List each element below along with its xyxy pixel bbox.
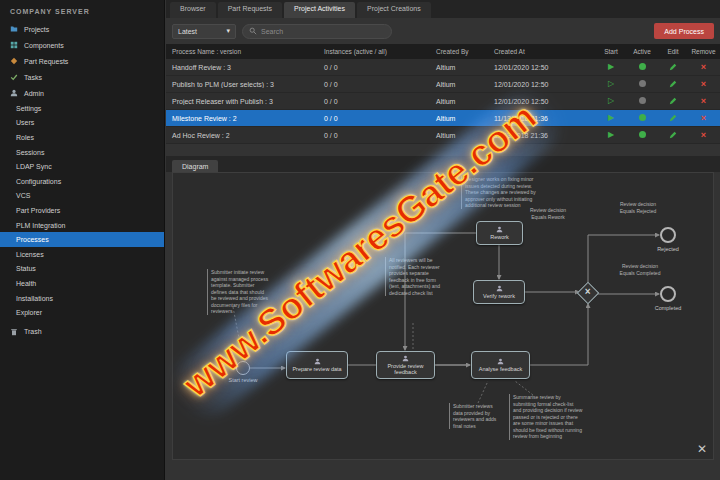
sidebar-item-sessions[interactable]: Sessions	[0, 145, 164, 160]
filter-value: Latest	[178, 28, 197, 35]
tab-project-activities[interactable]: Project Activities	[284, 2, 355, 18]
sidebar-item-admin[interactable]: Admin	[0, 85, 164, 101]
table-row[interactable]: Handoff Review : 3 0 / 0 Altium 12/01/20…	[166, 59, 720, 76]
sidebar-item-plm-integration[interactable]: PLM Integration	[0, 218, 164, 233]
add-process-button[interactable]: Add Process	[654, 23, 714, 39]
close-icon[interactable]: ✕	[697, 443, 707, 455]
sidebar-item-roles[interactable]: Roles	[0, 130, 164, 145]
active-status-icon[interactable]	[639, 131, 646, 138]
edit-process-icon[interactable]	[658, 131, 688, 140]
task-label: Verify rework	[483, 293, 515, 299]
user-task-icon	[314, 358, 321, 365]
remove-process-icon[interactable]: ×	[701, 80, 706, 89]
sidebar-item-label: VCS	[16, 192, 30, 199]
task-prepare-review-data: Prepare review data	[286, 351, 348, 379]
process-diagram-panel: Start review Rejected Completed Prepare …	[172, 172, 714, 460]
annotation-submitter-reviews: Submitter reviews data provided by revie…	[449, 403, 503, 429]
table-row[interactable]: Publish to PLM (User selects) : 3 0 / 0 …	[166, 76, 720, 93]
sidebar-item-licenses[interactable]: Licenses	[0, 247, 164, 262]
sidebar-item-label: Licenses	[16, 251, 44, 258]
remove-process-icon[interactable]: ×	[701, 63, 706, 72]
active-status-icon[interactable]	[639, 80, 646, 87]
remove-process-icon[interactable]: ×	[701, 131, 706, 140]
tab-part-requests[interactable]: Part Requests	[218, 2, 282, 18]
sidebar-item-configurations[interactable]: Configurations	[0, 174, 164, 189]
start-process-icon[interactable]: ▷	[608, 80, 614, 88]
sidebar-item-trash[interactable]: Trash	[0, 324, 164, 340]
sidebar-item-tasks[interactable]: Tasks	[0, 69, 164, 85]
sidebar-item-health[interactable]: Health	[0, 276, 164, 291]
remove-process-icon[interactable]: ×	[701, 114, 706, 123]
column-header-instances[interactable]: Instances (active / all)	[318, 48, 430, 55]
sidebar-item-components[interactable]: Components	[0, 37, 164, 53]
sidebar-item-ldap-sync[interactable]: LDAP Sync	[0, 159, 164, 174]
active-status-icon[interactable]	[639, 63, 646, 70]
task-label: Rework	[490, 234, 509, 240]
start-process-icon[interactable]: ▶	[608, 131, 614, 139]
table-row[interactable]: Ad Hoc Review : 2 0 / 0 Altium 11/13/201…	[166, 127, 720, 144]
sidebar-item-label: Configurations	[16, 178, 61, 185]
start-event-node	[236, 361, 250, 375]
process-created-at: 12/01/2020 12:50	[488, 81, 596, 88]
rejected-end-event-node	[660, 227, 676, 243]
sidebar-item-label: Processes	[16, 236, 49, 243]
tab-diagram[interactable]: Diagram	[172, 160, 218, 172]
start-process-icon[interactable]: ▶	[608, 63, 614, 71]
table-header-row: Process Name : version Instances (active…	[166, 44, 720, 59]
edit-process-icon[interactable]	[658, 97, 688, 106]
task-verify-rework: Verify rework	[473, 280, 525, 304]
sidebar-item-label: Trash	[24, 328, 42, 335]
start-event-label: Start review	[221, 377, 265, 383]
edge-label-decision-rework: Review decision Equals Rework	[528, 207, 568, 220]
edit-process-icon[interactable]	[658, 114, 688, 123]
process-instances: 0 / 0	[318, 115, 430, 122]
sidebar-item-part-providers[interactable]: Part Providers	[0, 203, 164, 218]
start-process-icon[interactable]: ▶	[608, 114, 614, 122]
sidebar-item-label: Tasks	[24, 74, 42, 81]
sidebar-item-users[interactable]: Users	[0, 116, 164, 131]
process-created-by: Altium	[430, 81, 488, 88]
main-content: Browser Part Requests Project Activities…	[166, 0, 720, 480]
sidebar-item-vcs[interactable]: VCS	[0, 189, 164, 204]
sidebar-item-label: PLM Integration	[16, 222, 65, 229]
sidebar-item-status[interactable]: Status	[0, 262, 164, 277]
column-header-created-at[interactable]: Created At	[488, 48, 596, 55]
remove-process-icon[interactable]: ×	[701, 97, 706, 106]
sidebar: COMPANY SERVER Projects Components Part …	[0, 0, 165, 480]
tab-browser[interactable]: Browser	[170, 2, 216, 18]
edit-process-icon[interactable]	[658, 63, 688, 72]
column-header-edit: Edit	[658, 48, 688, 55]
part-requests-icon	[10, 57, 18, 65]
sidebar-item-label: Part Providers	[16, 207, 60, 214]
search-input[interactable]	[261, 28, 385, 35]
sidebar-item-label: Status	[16, 265, 36, 272]
edit-process-icon[interactable]	[658, 80, 688, 89]
sidebar-item-processes[interactable]: Processes	[0, 232, 164, 247]
sidebar-item-settings[interactable]: Settings	[0, 101, 164, 116]
table-row[interactable]: Project Releaser with Publish : 3 0 / 0 …	[166, 93, 720, 110]
active-status-icon[interactable]	[639, 114, 646, 121]
server-title: COMPANY SERVER	[0, 0, 164, 21]
edge-label-decision-completed: Review decision Equals Completed	[617, 263, 663, 276]
column-header-name[interactable]: Process Name : version	[166, 48, 318, 55]
search-icon	[249, 27, 257, 35]
sidebar-item-projects[interactable]: Projects	[0, 21, 164, 37]
version-filter-dropdown[interactable]: Latest ▾	[172, 24, 236, 39]
sidebar-item-installations[interactable]: Installations	[0, 291, 164, 306]
sidebar-item-label: Sessions	[16, 149, 44, 156]
table-row-selected[interactable]: Milestone Review : 2 0 / 0 Altium 11/13/…	[166, 110, 720, 127]
trash-icon	[10, 328, 18, 336]
user-task-icon	[402, 355, 409, 362]
toolbar: Latest ▾ Add Process	[166, 18, 720, 44]
active-status-icon[interactable]	[639, 97, 646, 104]
tab-project-creations[interactable]: Project Creations	[357, 2, 431, 18]
components-icon	[10, 41, 18, 49]
column-header-created-by[interactable]: Created By	[430, 48, 488, 55]
start-process-icon[interactable]: ▷	[608, 97, 614, 105]
sidebar-item-part-requests[interactable]: Part Requests	[0, 53, 164, 69]
annotation-reviewers-notified: All reviewers will be notified. Each rev…	[385, 257, 443, 296]
process-created-by: Altium	[430, 98, 488, 105]
sidebar-item-explorer[interactable]: Explorer	[0, 305, 164, 320]
process-created-by: Altium	[430, 132, 488, 139]
column-header-remove: Remove	[688, 48, 719, 55]
